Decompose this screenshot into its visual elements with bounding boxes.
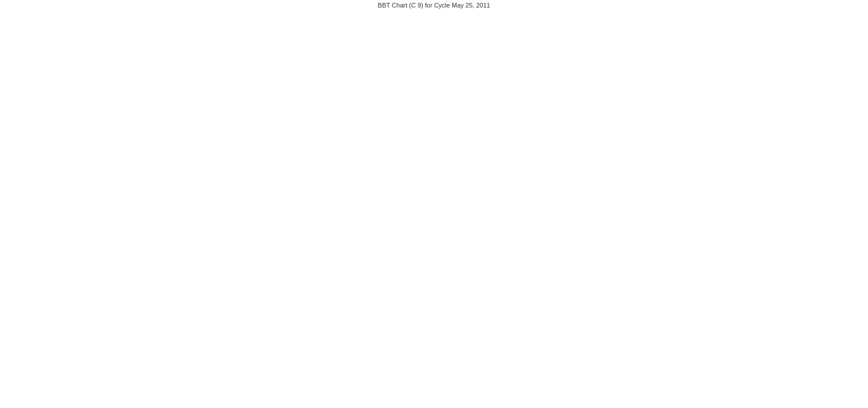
chart-title: BBT Chart (C 9) for Cycle May 25, 2011 [0,0,868,10]
bbt-chart [0,10,868,343]
page-container: BBT Chart (C 9) for Cycle May 25, 2011 C… [0,0,868,343]
